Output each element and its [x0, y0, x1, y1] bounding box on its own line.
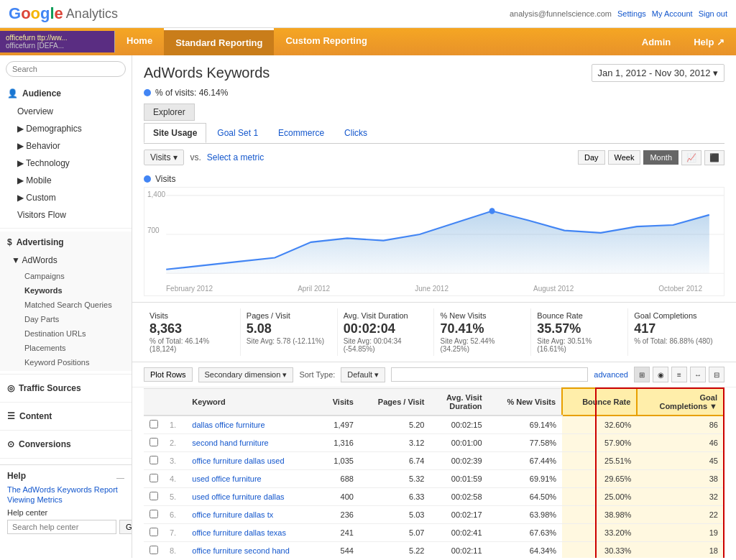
metric-primary-dropdown[interactable]: Visits ▾: [144, 150, 184, 165]
secondary-dimension-dropdown[interactable]: Secondary dimension ▾: [198, 367, 294, 382]
row-bounce-6: 38.98%: [562, 506, 637, 524]
th-keyword[interactable]: Keyword: [186, 388, 319, 416]
pie-view-icon[interactable]: ◉: [653, 367, 668, 382]
top-bar: Google Analytics analysis@funnelscience.…: [0, 0, 736, 28]
keyword-link-4[interactable]: used office furniture: [192, 474, 261, 483]
sidebar-item-visitors-flow[interactable]: Visitors Flow: [0, 206, 132, 224]
sidebar-item-adwords[interactable]: ▼ AdWords: [0, 252, 132, 269]
advanced-link[interactable]: advanced: [594, 370, 628, 379]
nav-admin[interactable]: Admin: [630, 29, 682, 55]
line-chart-btn[interactable]: 📈: [681, 150, 702, 165]
help-link-adwords[interactable]: The AdWords Keywords Report: [7, 485, 124, 494]
row-goals-7: 19: [637, 524, 724, 542]
content-header[interactable]: ☰ Content: [0, 407, 132, 426]
sidebar-item-destination-urls[interactable]: Destination URLs: [0, 326, 132, 341]
row-checkbox-5[interactable]: [150, 492, 158, 500]
table-body: 1. dallas office furniture 1,497 5.20 00…: [144, 416, 724, 558]
sidebar-item-matched-search[interactable]: Matched Search Queries: [0, 298, 132, 312]
keyword-link-5[interactable]: used office furniture dallas: [192, 492, 284, 501]
row-checkbox-1[interactable]: [150, 420, 158, 428]
keyword-link-1[interactable]: dallas office furniture: [192, 421, 264, 429]
th-visits[interactable]: Visits: [320, 388, 359, 416]
help-link-metrics[interactable]: Viewing Metrics: [7, 495, 124, 504]
row-checkbox-6[interactable]: [150, 510, 158, 518]
nav-home[interactable]: Home: [115, 28, 164, 55]
help-go-button[interactable]: Go: [119, 520, 132, 534]
sidebar-item-demographics[interactable]: ▶ Demographics: [0, 120, 132, 137]
stat-dur-value: 00:02:04: [344, 321, 428, 336]
audience-icon: 👤: [7, 88, 18, 98]
row-num-5: 5.: [164, 488, 186, 506]
settings-link[interactable]: Settings: [617, 9, 646, 18]
traffic-header[interactable]: ◎ Traffic Sources: [0, 379, 132, 398]
month-button[interactable]: Month: [643, 150, 678, 165]
sort-default-dropdown[interactable]: Default ▾: [341, 367, 385, 382]
nav-standard-reporting[interactable]: Standard Reporting: [164, 28, 274, 55]
row-checkbox-2[interactable]: [150, 438, 158, 446]
advertising-header[interactable]: $ Advertising: [0, 233, 132, 252]
nav-help[interactable]: Help ↗: [682, 29, 736, 55]
stat-goal-detail: % of Total: 86.88% (480): [634, 337, 719, 345]
pie-chart-btn[interactable]: ⬛: [704, 150, 724, 165]
sidebar-item-behavior[interactable]: ▶ Behavior: [0, 137, 132, 155]
audience-header[interactable]: 👤 Audience: [0, 84, 132, 103]
sidebar-item-overview[interactable]: Overview: [0, 103, 132, 120]
nav-custom-reporting[interactable]: Custom Reporting: [274, 28, 378, 55]
row-checkbox-8[interactable]: [150, 546, 158, 554]
comparison-view-icon[interactable]: ↔: [690, 367, 706, 382]
th-duration[interactable]: Avg. VisitDuration: [430, 388, 487, 416]
stat-goal-completions: Goal Completions 417 % of Total: 86.88% …: [628, 308, 724, 356]
row-ppv-2: 3.12: [359, 434, 431, 452]
sidebar-item-mobile[interactable]: ▶ Mobile: [0, 172, 132, 189]
th-bounce-rate[interactable]: Bounce Rate: [562, 388, 637, 416]
help-collapse-btn[interactable]: —: [116, 473, 124, 482]
keyword-link-2[interactable]: second hand furniture: [192, 439, 268, 447]
keyword-link-8[interactable]: office furniture second hand: [192, 546, 290, 555]
select-metric-link[interactable]: Select a metric: [207, 152, 264, 162]
sidebar-item-placements[interactable]: Placements: [0, 341, 132, 355]
my-account-link[interactable]: My Account: [652, 9, 693, 18]
sidebar-item-custom[interactable]: ▶ Custom: [0, 189, 132, 206]
th-ppv[interactable]: Pages / Visit: [359, 388, 431, 416]
tab-clicks[interactable]: Clicks: [335, 123, 377, 143]
row-checkbox-3[interactable]: [150, 456, 158, 464]
sidebar-section-advertising: $ Advertising ▼ AdWords Campaigns Keywor…: [0, 231, 132, 371]
keyword-link-3[interactable]: office furniture dallas used: [192, 456, 284, 465]
sidebar-item-technology[interactable]: ▶ Technology: [0, 155, 132, 172]
row-visits-5: 400: [320, 488, 359, 506]
row-duration-8: 00:02:11: [430, 542, 487, 559]
site-selector[interactable]: officefurn ttp://ww... officefurn [DEFA.…: [0, 31, 115, 52]
metric-left: Visits ▾ vs. Select a metric: [144, 150, 264, 165]
nav-right: Admin Help ↗: [630, 29, 736, 55]
sidebar-item-campaigns[interactable]: Campaigns: [0, 269, 132, 283]
sidebar-item-day-parts[interactable]: Day Parts: [0, 312, 132, 326]
row-checkbox-7[interactable]: [150, 528, 158, 536]
conversions-header[interactable]: ⊙ Conversions: [0, 435, 132, 454]
sidebar-search-input[interactable]: [6, 61, 126, 77]
sidebar-item-keyword-positions[interactable]: Keyword Positions: [0, 355, 132, 369]
plot-rows-button[interactable]: Plot Rows: [144, 367, 193, 382]
help-search-input[interactable]: [7, 520, 116, 534]
date-range-picker[interactable]: Jan 1, 2012 - Nov 30, 2012 ▾: [592, 64, 724, 82]
th-goal-completions[interactable]: GoalCompletions ▼: [637, 388, 724, 416]
keyword-link-6[interactable]: office furniture dallas tx: [192, 510, 273, 519]
pivot-view-icon[interactable]: ⊟: [709, 367, 724, 382]
tab-site-usage[interactable]: Site Usage: [144, 123, 206, 143]
bar-view-icon[interactable]: ≡: [671, 367, 687, 382]
row-ppv-5: 6.33: [359, 488, 431, 506]
tab-ecommerce[interactable]: Ecommerce: [269, 123, 334, 143]
row-checkbox-4[interactable]: [150, 474, 158, 482]
sidebar-item-keywords[interactable]: Keywords: [0, 283, 132, 298]
keyword-link-7[interactable]: office furniture dallas texas: [192, 528, 286, 537]
stat-ppv-detail: Site Avg: 5.78 (-12.11%): [247, 337, 331, 345]
explorer-container: Explorer Site Usage Goal Set 1 Ecommerce…: [132, 104, 736, 144]
table-search-input[interactable]: [391, 367, 588, 382]
th-new-visits[interactable]: % New Visits: [488, 388, 563, 416]
sign-out-link[interactable]: Sign out: [699, 9, 727, 18]
page-title: AdWords Keywords: [144, 65, 270, 81]
tab-goal-set[interactable]: Goal Set 1: [208, 123, 267, 143]
table-view-icon[interactable]: ⊞: [634, 367, 650, 382]
week-button[interactable]: Week: [608, 150, 641, 165]
stat-visits: Visits 8,363 % of Total: 46.14% (18,124): [144, 308, 241, 356]
day-button[interactable]: Day: [578, 150, 605, 165]
